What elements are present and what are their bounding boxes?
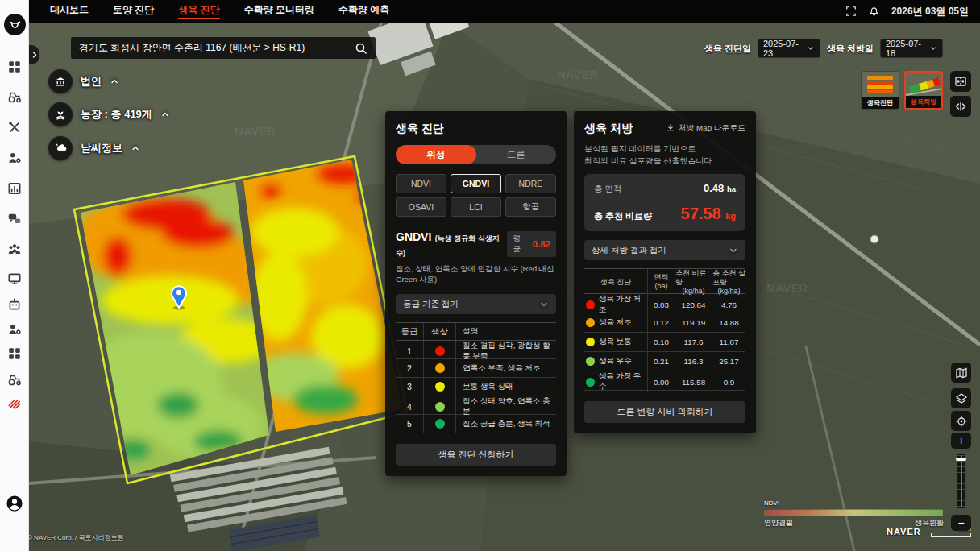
locate-button[interactable] bbox=[951, 411, 971, 431]
index-buttons: NDVI GNDVI NDRE OSAVI LCI 항공 bbox=[396, 174, 556, 217]
naver-logo: NAVER bbox=[887, 527, 921, 536]
diagnosis-date-label: 생육 진단일 bbox=[704, 43, 751, 55]
nav-item-dashboard[interactable]: 대시보드 bbox=[50, 3, 89, 19]
weather-label: 날씨정보 bbox=[81, 141, 122, 155]
smart-tractor-icon[interactable] bbox=[7, 372, 22, 387]
detail-result-dropdown[interactable]: 상세 처방 결과 접기 bbox=[584, 240, 745, 260]
index-button-ndvi[interactable]: NDVI bbox=[396, 174, 446, 193]
index-button-aerial[interactable]: 항공 bbox=[505, 197, 556, 217]
search-icon[interactable] bbox=[355, 42, 368, 55]
farm-toggle[interactable]: 농장 : 총 419개 bbox=[48, 102, 170, 126]
chevron-down-icon bbox=[729, 246, 738, 255]
grade-row: 2 엽록소 부족, 생육 저조 bbox=[396, 359, 556, 378]
nav-item-soil[interactable]: 토양 진단 bbox=[113, 3, 154, 19]
prescription-panel-title: 생육 처방 bbox=[584, 122, 633, 136]
index-button-osavi[interactable]: OSAVI bbox=[396, 197, 446, 217]
chart-icon[interactable] bbox=[7, 181, 22, 196]
account-icon[interactable] bbox=[6, 495, 23, 512]
prescription-summary-card: 총 면적 0.48 ha 총 추천 비료량 57.58 kg bbox=[584, 174, 745, 231]
total-fertilizer-label: 총 추천 비료량 bbox=[594, 210, 652, 222]
chevron-up-icon bbox=[160, 110, 170, 119]
zoom-slider[interactable] bbox=[951, 450, 971, 512]
result-row: 생육 저조 0.12 119.19 14.88 bbox=[584, 313, 745, 333]
svg-text:NAVER: NAVER bbox=[235, 124, 276, 138]
field-active-icon[interactable] bbox=[7, 395, 22, 409]
source-tabs: 위성 드론 bbox=[396, 145, 556, 164]
diagnosis-color-dot bbox=[586, 338, 595, 346]
diagnosis-color-dot bbox=[586, 378, 595, 387]
farm-icon bbox=[54, 108, 67, 121]
tab-satellite[interactable]: 위성 bbox=[396, 145, 476, 164]
tools-icon[interactable] bbox=[7, 120, 22, 135]
user-settings-icon[interactable] bbox=[7, 322, 22, 337]
diagnosis-color-dot bbox=[586, 300, 595, 309]
diagnosis-thumb-image bbox=[862, 72, 899, 98]
grade-criteria-dropdown[interactable]: 등급 기준 접기 bbox=[396, 294, 556, 314]
drone-request-button[interactable]: 드론 변량 시비 의뢰하기 bbox=[584, 401, 745, 423]
search-input[interactable]: 경기도 화성시 장안면 수촌리 1167 (배선문 > HS-R1) bbox=[79, 41, 355, 55]
diagnosis-color-dot bbox=[586, 357, 595, 366]
grade-color-dot bbox=[435, 419, 445, 429]
corp-toggle[interactable]: 법인 bbox=[48, 69, 119, 93]
chat-icon[interactable] bbox=[7, 212, 22, 226]
chevron-up-icon bbox=[131, 143, 140, 153]
corp-label: 법인 bbox=[81, 74, 102, 89]
zoom-slider-rail bbox=[961, 455, 962, 508]
chevron-down-icon bbox=[929, 44, 937, 52]
split-view-icon bbox=[954, 75, 967, 88]
tractor-icon[interactable] bbox=[7, 89, 22, 104]
diagnosis-date-value: 2025-07-23 bbox=[763, 39, 807, 58]
weather-toggle[interactable]: 날씨정보 bbox=[48, 136, 140, 160]
agent-settings-icon[interactable] bbox=[7, 151, 22, 165]
dashboard-grid-icon[interactable] bbox=[7, 60, 22, 74]
prescription-date-select[interactable]: 2025-07-18 bbox=[880, 39, 943, 58]
split-view-button[interactable] bbox=[950, 71, 971, 92]
bank-icon bbox=[54, 75, 67, 88]
average-label: 평균 bbox=[513, 234, 527, 255]
grade-row: 1 질소 결핍 심각, 광합성 활동 부족 bbox=[396, 341, 556, 359]
search-bar[interactable]: 경기도 화성시 장안면 수촌리 1167 (배선문 > HS-R1) bbox=[71, 37, 376, 59]
app-logo[interactable] bbox=[4, 14, 26, 35]
apps-grid-icon[interactable] bbox=[7, 346, 22, 361]
grade-row: 5 질소 공급 충분, 생육 최적 bbox=[396, 415, 556, 433]
monitor-icon[interactable] bbox=[7, 271, 22, 286]
index-button-ndre[interactable]: NDRE bbox=[505, 174, 556, 193]
diagnosis-date-select[interactable]: 2025-07-23 bbox=[758, 39, 820, 58]
svg-text:NAVER: NAVER bbox=[557, 68, 599, 81]
fullscreen-icon[interactable] bbox=[845, 6, 857, 17]
zoom-in-button[interactable]: + bbox=[951, 433, 971, 449]
zoom-out-button[interactable]: − bbox=[951, 515, 971, 531]
diagnosis-thumb-label: 생육진단 bbox=[862, 97, 899, 109]
growth-diagnosis-panel: 생육 진단 위성 드론 NDVI GNDVI NDRE OSAVI LCI 항공… bbox=[385, 111, 567, 476]
org-people-icon[interactable] bbox=[7, 242, 22, 257]
legend-title: NDVI bbox=[764, 499, 944, 507]
legend-gradient-bar bbox=[764, 509, 944, 516]
detail-dropdown-label: 상세 처방 결과 접기 bbox=[592, 245, 666, 256]
index-name: GNDVI bbox=[396, 230, 431, 243]
bell-icon[interactable] bbox=[868, 6, 880, 18]
left-sidebar bbox=[0, 0, 29, 551]
layers-icon bbox=[955, 392, 968, 405]
nav-item-yield-monitoring[interactable]: 수확량 모니터링 bbox=[244, 3, 314, 19]
map-icon bbox=[955, 367, 968, 379]
index-button-gndvi[interactable]: GNDVI bbox=[451, 174, 501, 193]
index-button-lci[interactable]: LCI bbox=[451, 197, 501, 217]
compare-button[interactable] bbox=[950, 96, 971, 117]
zoom-slider-handle[interactable] bbox=[956, 458, 966, 461]
basemap-button[interactable] bbox=[951, 362, 971, 383]
layers-button[interactable] bbox=[951, 388, 971, 408]
diagnosis-thumbnail[interactable]: 생육진단 bbox=[861, 71, 899, 110]
diagnosis-panel-title: 생육 진단 bbox=[396, 122, 556, 136]
farm-label: 농장 : 총 419개 bbox=[81, 107, 152, 122]
nav-item-growth[interactable]: 생육 진단 bbox=[178, 3, 219, 19]
total-fertilizer-unit: kg bbox=[725, 211, 736, 221]
robot-icon[interactable] bbox=[7, 297, 22, 312]
apply-diagnosis-button[interactable]: 생육 진단 신청하기 bbox=[396, 444, 556, 466]
map-copyright: © NAVER Corp. / 국토지리정보원 bbox=[27, 533, 124, 542]
prescription-thumbnail[interactable]: 생육처방 bbox=[904, 71, 943, 110]
prescription-map-download-link[interactable]: 처방 Map 다운로드 bbox=[666, 123, 745, 135]
grade-row: 4 질소 상태 양호, 엽록소 충분 bbox=[396, 396, 556, 415]
tab-drone[interactable]: 드론 bbox=[476, 145, 557, 164]
nav-item-yield-forecast[interactable]: 수확량 예측 bbox=[338, 3, 389, 19]
result-row: 생육 우수 0.21 116.3 25.17 bbox=[584, 352, 745, 371]
